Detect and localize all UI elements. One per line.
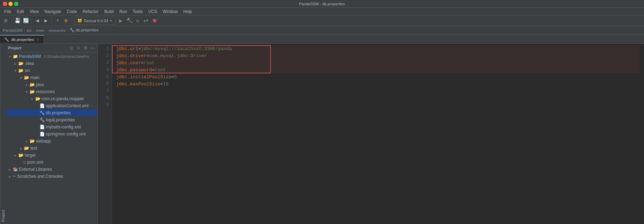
breadcrumb-project[interactable]: PandaSSM	[3, 28, 23, 32]
menu-edit[interactable]: Edit	[14, 8, 27, 15]
code-key-1: jdbc.url	[116, 46, 138, 52]
sync-button[interactable]: 🔄	[22, 17, 29, 24]
tree-path-pandassmroot: E:\Dropbox\phoenix\JavaPro	[44, 55, 89, 59]
expand-src[interactable]: ▾	[13, 69, 17, 73]
breadcrumb-resources[interactable]: resources	[48, 28, 65, 32]
close-button[interactable]	[3, 2, 7, 6]
tab-label: db.properties	[11, 37, 34, 42]
tree-item-mybatis[interactable]: 📄 mybatis-config.xml	[6, 123, 97, 131]
tree-item-idea[interactable]: ▸ 📂 .idea	[6, 60, 97, 67]
run-config-icon: 🐱	[77, 18, 82, 23]
menu-help[interactable]: Help	[180, 8, 195, 15]
breadcrumb-main[interactable]: main	[36, 28, 44, 32]
tree-item-webapp[interactable]: ▸ 📂 webapp	[6, 138, 97, 145]
tab-db-properties[interactable]: 🔧 db.properties ×	[0, 35, 44, 43]
maximize-button[interactable]	[14, 2, 18, 6]
ant-button[interactable]: ⚙	[62, 17, 70, 24]
tree-item-pandassmroot[interactable]: ▾ 📁 PandaSSM E:\Dropbox\phoenix\JavaPro	[6, 53, 97, 60]
tab-bar: 🔧 db.properties ×	[0, 35, 644, 44]
menu-file[interactable]: File	[1, 8, 14, 15]
expand-webapp[interactable]: ▸	[24, 139, 29, 143]
idea-folder-icon: 📂	[18, 61, 24, 66]
expand-test[interactable]: ▸	[19, 146, 23, 150]
back-button[interactable]: ◀	[34, 17, 41, 24]
locate-file-button[interactable]: ◎	[68, 45, 74, 51]
menu-tools[interactable]: Tools	[130, 8, 145, 15]
breadcrumb-src[interactable]: src	[26, 28, 32, 32]
code-content[interactable]: jdbc.url=jdbc:mysql://localhost:3306/pan…	[112, 44, 644, 224]
toolbar: ⊞ 💾 🔄 ◀ ▶ ▼ ⚙ 🐱 Tomcat 9.0.33 ▼ ▶ 🔨 ↻ ▶▼…	[0, 16, 644, 26]
tree-item-external-libs[interactable]: ▸ 📚 External Libraries	[6, 166, 97, 173]
project-side-label[interactable]: Project	[0, 44, 6, 224]
tree-item-resources[interactable]: ▾ 📂 resources	[6, 88, 97, 95]
run-button[interactable]: ▶	[117, 17, 124, 24]
stop-button[interactable]: ■	[151, 17, 158, 24]
expand-idea[interactable]: ▸	[13, 62, 17, 66]
pom-icon: m	[23, 160, 26, 165]
tree-item-src[interactable]: ▾ 📂 src	[6, 67, 97, 74]
expand-external-libs[interactable]: ▸	[7, 168, 12, 171]
expand-java[interactable]: ▸	[24, 83, 29, 87]
springmvc-icon: 📄	[40, 132, 45, 137]
menu-run[interactable]: Run	[117, 8, 130, 15]
line-num-3: 3	[106, 59, 109, 66]
tree-label-springmvc: springmvc-config.xml	[46, 132, 86, 137]
forward-button[interactable]: ▶	[42, 17, 49, 24]
settings-button[interactable]: ⚙	[83, 45, 88, 51]
expand-resources[interactable]: ▾	[24, 90, 29, 94]
line-num-4: 4	[106, 66, 109, 73]
editor-area[interactable]: 1 2 3 4 5 6 7 8 9 jdbc.url=jdbc:mysql://…	[98, 44, 644, 224]
tree-item-log4j[interactable]: 🔧 log4j.properties	[6, 116, 97, 123]
code-val-1: jdbc:mysql://localhost:3306/panda	[141, 46, 232, 52]
tree-item-target[interactable]: ▸ 📂 target	[6, 152, 97, 159]
minimize-button[interactable]	[8, 2, 13, 6]
tree-item-scratches[interactable]: ▸ ✏ Scratches and Consoles	[6, 173, 97, 180]
menu-vcs[interactable]: VCS	[145, 8, 160, 15]
tab-icon: 🔧	[4, 37, 9, 42]
expand-scratches[interactable]: ▸	[7, 175, 12, 178]
expand-main[interactable]: ▾	[19, 76, 23, 80]
tree-item-appcontext[interactable]: 📄 applicationContext.xml	[6, 102, 97, 109]
webapp-folder-icon: 📂	[30, 139, 35, 144]
log4j-icon: 🔧	[40, 117, 45, 122]
main-folder-icon: 📂	[24, 75, 29, 80]
menu-code[interactable]: Code	[64, 8, 80, 15]
run-config-selector[interactable]: 🐱 Tomcat 9.0.33 ▼	[74, 17, 116, 25]
expand-pandassmroot[interactable]: ▾	[7, 55, 12, 59]
breadcrumb-sep-3: ›	[46, 28, 47, 32]
tree-item-mapper[interactable]: ▸ 📂 com.cn.panda.mapper	[6, 95, 97, 102]
code-line-1: jdbc.url=jdbc:mysql://localhost:3306/pan…	[116, 45, 640, 52]
tree-item-pom[interactable]: m pom.xml	[6, 159, 97, 166]
code-key-2: jdbc.driver	[116, 53, 147, 59]
tree-item-test[interactable]: ▸ 📂 test	[6, 145, 97, 152]
tree-label-test: test	[30, 146, 37, 151]
reload-button[interactable]: ↻	[134, 17, 141, 24]
tree-item-dbproperties[interactable]: 🔧 db.properties	[6, 109, 97, 116]
collapse-all-button[interactable]: ≡	[76, 45, 81, 51]
code-eq-2: =	[147, 53, 149, 59]
menu-view[interactable]: View	[27, 8, 42, 15]
expand-target[interactable]: ▸	[13, 153, 17, 157]
profile-button[interactable]: ▶▼	[143, 17, 150, 24]
appcontext-icon: 📄	[40, 103, 45, 108]
tree-label-target: target	[25, 153, 36, 158]
window-controls	[3, 2, 18, 6]
menu-navigate[interactable]: Navigate	[42, 8, 64, 15]
tree-label-java: java	[36, 82, 44, 87]
code-key-6: jdbc.maxPoolSize	[116, 81, 160, 87]
build-dropdown[interactable]: ▼	[54, 17, 61, 24]
tab-close-button[interactable]: ×	[36, 37, 40, 42]
mybatis-icon: 📄	[40, 125, 45, 129]
breadcrumb-file[interactable]: 🔧 db.properties	[70, 28, 98, 32]
menu-build[interactable]: Build	[101, 8, 117, 15]
menu-window[interactable]: Window	[160, 8, 181, 15]
tree-item-springmvc[interactable]: 📄 springmvc-config.xml	[6, 131, 97, 138]
save-button[interactable]: 💾	[14, 17, 21, 24]
tree-item-main[interactable]: ▾ 📂 main	[6, 74, 97, 81]
hide-panel-button[interactable]: —	[90, 45, 95, 51]
line-num-6: 6	[106, 80, 109, 87]
tree-item-java[interactable]: ▸ 📂 java	[6, 81, 97, 88]
menu-refactor[interactable]: Refactor	[80, 8, 101, 15]
build-project-button[interactable]: 🔨	[126, 17, 133, 24]
expand-mapper[interactable]: ▸	[30, 97, 34, 101]
